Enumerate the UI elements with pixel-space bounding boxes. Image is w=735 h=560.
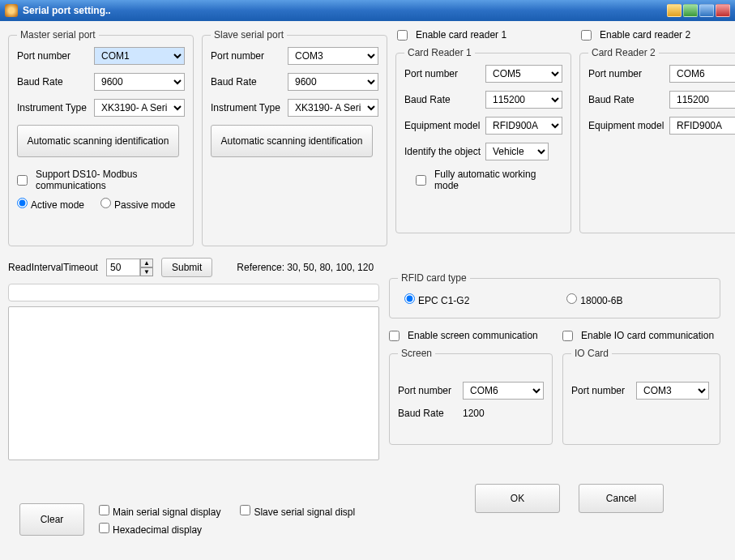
enable-reader2-label: Enable card reader 2 [600,29,690,41]
screen-group: Screen Port numberCOM6 Baud Rate1200 [389,348,553,445]
master-group: Master serial port Port number COM1 Baud… [8,29,194,246]
hex-checkbox[interactable] [99,523,109,533]
ok-button[interactable]: OK [475,484,560,513]
reader1-column: Enable card reader 1 Card Reader 1 Port … [395,29,571,246]
reader1-baud-label: Baud Rate [404,94,485,105]
timeout-up-button[interactable]: ▲ [140,259,153,267]
slave-legend: Slave serial port [211,29,287,41]
screen-baud-label: Baud Rate [398,408,463,419]
reader1-model-label: Equipment model [404,120,485,131]
reader1-auto-label: Fully automatic working mode [434,169,562,191]
slave-port-label: Port number [211,50,288,62]
clear-button[interactable]: Clear [19,503,84,536]
reader2-group: Card Reader 2 Port numberCOM6 Baud Rate1… [579,47,735,233]
close-button[interactable] [716,4,730,17]
screen-port-select[interactable]: COM6 [463,382,544,400]
reader2-baud-select[interactable]: 115200 [669,91,735,109]
slave-scan-button[interactable]: Automatic scanning identification [211,125,373,157]
enable-reader2-checkbox[interactable] [581,30,592,41]
status-bar [8,284,379,301]
reader2-model-label: Equipment model [588,120,669,131]
rfid-opt1-wrap[interactable]: EPC C1-G2 [404,293,469,306]
master-instr-select[interactable]: XK3190- A Serial [94,99,185,117]
reader1-auto-checkbox[interactable] [416,175,426,186]
reader2-port-select[interactable]: COM6 [669,65,735,83]
iocard-port-select[interactable]: COM3 [636,382,709,400]
rfid-18000-radio[interactable] [566,293,577,304]
active-mode-radio[interactable] [17,198,28,208]
screen-baud-value: 1200 [463,408,485,419]
slave-signal-checkbox[interactable] [240,505,250,515]
screen-legend: Screen [398,348,435,359]
slave-signal-wrap[interactable]: Slave serial signal displ [240,505,355,518]
reader1-object-select[interactable]: Vehicle [485,143,549,160]
rfid-legend: RFID card type [398,272,470,284]
slave-group: Slave serial port Port number COM3 Baud … [202,29,387,246]
enable-iocard-label: Enable IO card communication [581,330,714,341]
master-port-select[interactable]: COM1 [94,47,185,65]
timeout-down-button[interactable]: ▼ [140,267,153,276]
slave-instr-select[interactable]: XK3190- A Serial [288,99,378,117]
master-legend: Master serial port [17,29,99,41]
reader2-column: Enable card reader 2 Card Reader 2 Port … [579,29,735,246]
reader1-legend: Card Reader 1 [404,47,475,58]
passive-mode-radio[interactable] [100,198,111,208]
rfid-epc-radio[interactable] [404,293,415,304]
reader2-model-select[interactable]: RFID900A [669,117,735,135]
reader1-port-label: Port number [404,68,485,79]
enable-reader1-label: Enable card reader 1 [416,29,506,41]
rfid-opt2-wrap[interactable]: 18000-6B [566,293,622,306]
main-signal-wrap[interactable]: Main serial signal display [99,505,220,518]
iocard-group: IO Card Port numberCOM3 [562,348,720,445]
timeout-label: ReadIntervalTimeout [8,262,98,273]
slave-baud-label: Baud Rate [211,76,288,88]
reader1-port-select[interactable]: COM5 [485,65,562,83]
timeout-reference: Reference: 30, 50, 80, 100, 120 [237,262,374,273]
hex-wrap[interactable]: Hexadecimal display [99,523,355,536]
reader2-legend: Card Reader 2 [588,47,659,58]
iocard-legend: IO Card [571,348,612,359]
master-instr-label: Instrument Type [17,102,94,113]
active-mode-radio-wrap[interactable]: Active mode [17,198,84,211]
enable-reader1-checkbox[interactable] [397,30,408,41]
slave-baud-select[interactable]: 9600 [288,73,378,91]
slave-instr-label: Instrument Type [211,102,288,113]
iocard-port-label: Port number [571,385,636,396]
support-ds10-checkbox[interactable] [17,175,28,186]
reader2-baud-label: Baud Rate [588,94,669,105]
enable-screen-checkbox[interactable] [389,331,400,341]
maximize-button[interactable] [683,4,698,17]
log-textarea[interactable] [8,306,379,460]
submit-button[interactable]: Submit [161,258,212,277]
master-port-label: Port number [17,50,94,62]
reader1-object-label: Identify the object [404,146,485,157]
app-icon [5,4,18,17]
reader1-model-select[interactable]: RFID900A [485,117,562,135]
reader1-baud-select[interactable]: 115200 [485,91,562,109]
main-signal-checkbox[interactable] [99,505,109,515]
cancel-button[interactable]: Cancel [579,484,664,513]
passive-mode-radio-wrap[interactable]: Passive mode [100,198,175,211]
enable-iocard-checkbox[interactable] [562,331,573,341]
master-baud-label: Baud Rate [17,76,94,88]
rfid-group: RFID card type EPC C1-G2 18000-6B [389,272,720,318]
restore-button[interactable] [699,4,714,17]
timeout-input[interactable] [106,259,140,276]
titlebar: Serial port setting.. [0,0,735,21]
screen-port-label: Port number [398,385,463,396]
window-title: Serial port setting.. [23,5,111,16]
master-baud-select[interactable]: 9600 [94,73,185,91]
support-ds10-label: Support DS10- Modbus communications [36,169,185,191]
enable-screen-label: Enable screen communication [408,330,538,341]
master-scan-button[interactable]: Automatic scanning identification [17,125,179,157]
reader1-group: Card Reader 1 Port numberCOM5 Baud Rate1… [395,47,571,233]
slave-port-select[interactable]: COM3 [288,47,378,65]
reader2-port-label: Port number [588,68,669,79]
minimize-button[interactable] [667,4,682,17]
